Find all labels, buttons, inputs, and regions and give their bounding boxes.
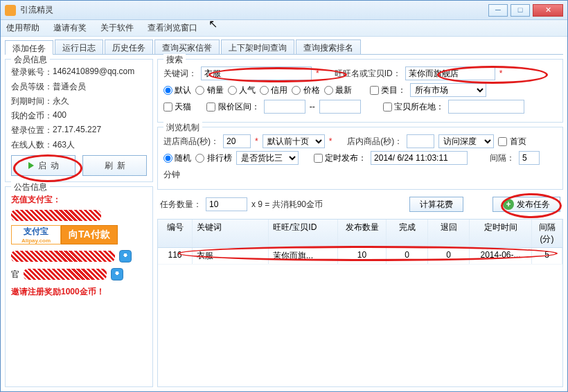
app-icon (5, 5, 16, 16)
check-category[interactable]: 类目： (370, 84, 406, 96)
start-button[interactable]: 启动 (11, 155, 76, 176)
menu-about[interactable]: 关于软件 (100, 22, 134, 34)
th-time[interactable]: 定时时间 (470, 220, 532, 247)
radio-random[interactable]: 随机 (163, 152, 191, 164)
account-label: 登录账号： (11, 66, 53, 78)
th-interval[interactable]: 间隔(分) (532, 220, 562, 247)
price-max-input[interactable] (319, 100, 361, 114)
check-price-range[interactable]: 限价区间： (206, 101, 259, 113)
menu-view-browser[interactable]: 查看浏览窗口 (148, 22, 197, 34)
check-tmall[interactable]: 天猫 (163, 101, 191, 113)
category-select[interactable]: 所有市场 (410, 83, 486, 97)
wwid-input[interactable] (405, 66, 495, 80)
member-title: 会员信息 (11, 54, 50, 66)
qq-icon-2[interactable] (111, 268, 123, 280)
radio-sales[interactable]: 销量 (195, 84, 223, 96)
redacted-3 (24, 269, 107, 280)
depth-select[interactable]: 访问深度 (438, 134, 494, 148)
radio-new[interactable]: 最新 (324, 84, 352, 96)
contact2-label: 官 (11, 269, 19, 280)
check-home[interactable]: 首页 (498, 136, 526, 148)
interval-label: 间隔： (490, 152, 515, 164)
inshop-seconds-input[interactable] (407, 134, 434, 148)
radio-rank[interactable]: 排行榜 (195, 152, 231, 164)
check-location[interactable]: 宝贝所在地： (383, 101, 444, 113)
level-value: 普通会员 (53, 81, 86, 93)
loc-label: 登录位置： (11, 125, 53, 136)
calc-button[interactable]: 计算花费 (409, 197, 463, 212)
recharge-label: 充值支付宝： (11, 194, 61, 206)
plus-icon: + (503, 199, 514, 210)
th-keyword[interactable]: 关键词 (193, 220, 269, 247)
tab-search-rank[interactable]: 查询搜索排名 (296, 39, 361, 54)
tab-history[interactable]: 历史任务 (105, 39, 153, 54)
table-row[interactable]: 116 衣服 茉你而旗... 10 0 0 2014-06-... 5 (158, 248, 562, 265)
browse-title: 浏览机制 (163, 122, 202, 134)
radio-default[interactable]: 默认 (163, 84, 191, 96)
titlebar[interactable]: 引流精灵 ─ □ ✕ (1, 1, 567, 20)
qty-label: 任务数量： (160, 199, 202, 211)
pay-button[interactable]: 向TA付款 (61, 225, 118, 244)
app-window: 引流精灵 ─ □ ✕ 使用帮助 邀请有奖 关于软件 查看浏览窗口 ↖ 添加任务 … (0, 0, 568, 392)
menu-help[interactable]: 使用帮助 (6, 22, 39, 34)
tab-add-task[interactable]: 添加任务 (5, 40, 53, 55)
check-timed[interactable]: 定时发布： (314, 152, 366, 164)
gold-value: 400 (53, 110, 66, 122)
keyword-label: 关键词： (163, 68, 197, 80)
formula-text: x 9 = 共消耗90金币 (251, 199, 323, 211)
redacted-1 (11, 210, 101, 221)
interval-unit: 分钟 (163, 169, 180, 181)
qq-icon-1[interactable] (119, 250, 132, 262)
tab-run-log[interactable]: 运行日志 (55, 39, 103, 54)
minimize-button[interactable]: ─ (488, 4, 508, 17)
th-id[interactable]: 编号 (158, 220, 193, 247)
publish-button[interactable]: +发布任务 (492, 197, 560, 212)
loc-value: 27.17.45.227 (53, 125, 101, 136)
enter-seconds-input[interactable] (223, 134, 251, 148)
close-button[interactable]: ✕ (533, 4, 563, 17)
rank-select[interactable]: 是否货比三 (236, 151, 299, 165)
enter-page-select[interactable]: 默认前十页 (263, 134, 325, 148)
location-input[interactable] (448, 100, 524, 114)
radio-credit[interactable]: 信用 (260, 84, 287, 96)
invite-text: 邀请注册奖励1000金币！ (11, 286, 147, 298)
menubar: 使用帮助 邀请有奖 关于软件 查看浏览窗口 (1, 20, 567, 37)
online-value: 463人 (53, 139, 75, 151)
notice-title: 公告信息 (11, 181, 50, 193)
price-min-input[interactable] (264, 100, 305, 114)
timed-input[interactable] (371, 151, 468, 165)
refresh-button[interactable]: 刷新 (82, 155, 147, 176)
keyword-input[interactable] (201, 66, 312, 80)
interval-input[interactable] (519, 151, 540, 165)
expire-value: 永久 (53, 96, 69, 107)
member-group: 会员信息 登录账号：1462410899@qq.com 会员等级：普通会员 到期… (5, 59, 153, 182)
browse-group: 浏览机制 进店商品(秒)： * 默认前十页 * 店内商品(秒)： 访问深度 首页 (157, 127, 563, 190)
maximize-button[interactable]: □ (511, 4, 530, 17)
table-header: 编号 关键词 旺旺/宝贝ID 发布数量 完成 退回 定时时间 间隔(分) (158, 220, 562, 248)
gold-label: 我的金币： (11, 110, 53, 122)
radio-price[interactable]: 价格 (292, 84, 319, 96)
th-done[interactable]: 完成 (387, 220, 428, 247)
account-value: 1462410899@qq.com (53, 66, 134, 78)
inshop-label: 店内商品(秒)： (347, 136, 402, 148)
notice-group: 公告信息 充值支付宝： 支付宝Alipay.com 向TA付款 官 邀请注册奖励… (5, 186, 153, 387)
th-return[interactable]: 退回 (428, 220, 470, 247)
search-title: 搜索 (163, 54, 186, 66)
tab-buyer-credit[interactable]: 查询买家信誉 (154, 39, 220, 54)
wwid-label: 旺旺名或宝贝ID： (335, 68, 401, 80)
alipay-logo[interactable]: 支付宝Alipay.com (11, 225, 61, 244)
tabstrip: 添加任务 运行日志 历史任务 查询买家信誉 上下架时间查询 查询搜索排名 (5, 39, 563, 55)
task-table: 编号 关键词 旺旺/宝贝ID 发布数量 完成 退回 定时时间 间隔(分) 116… (157, 219, 563, 387)
level-label: 会员等级： (11, 81, 53, 93)
expire-label: 到期时间： (11, 96, 53, 107)
qty-input[interactable] (206, 197, 247, 211)
th-qty[interactable]: 发布数量 (338, 220, 387, 247)
menu-invite[interactable]: 邀请有奖 (53, 22, 87, 34)
tab-shelf-time[interactable]: 上下架时间查询 (221, 39, 294, 54)
radio-pop[interactable]: 人气 (228, 84, 256, 96)
redacted-2 (11, 251, 115, 262)
play-icon (28, 162, 34, 169)
th-wwid[interactable]: 旺旺/宝贝ID (269, 220, 338, 247)
online-label: 在线人数： (11, 139, 53, 151)
window-title: 引流精灵 (20, 4, 488, 16)
